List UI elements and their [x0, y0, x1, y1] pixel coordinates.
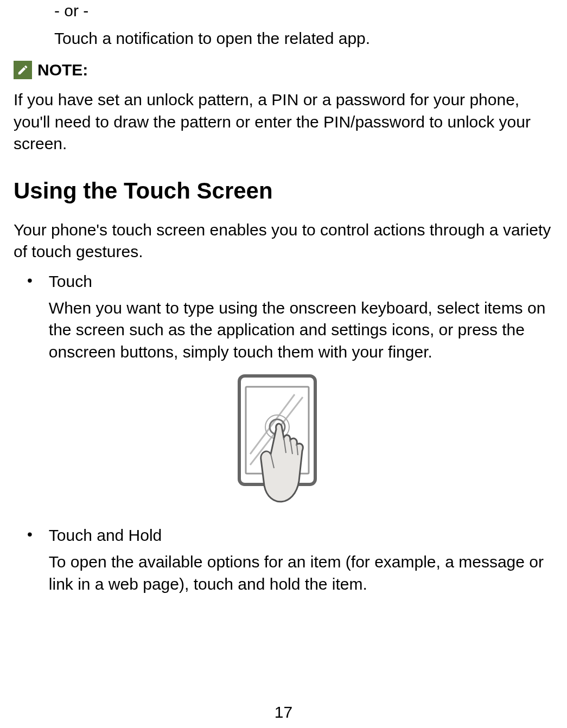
bullet-content: Touch and Hold To open the available opt… [49, 525, 553, 595]
finger-icon [260, 424, 302, 502]
bullet-marker: • [27, 271, 33, 363]
bullet-title: Touch [49, 271, 553, 292]
notification-instruction: Touch a notification to open the related… [54, 28, 553, 49]
touch-illustration [14, 373, 553, 514]
hand-touch-icon [230, 373, 338, 514]
note-body: If you have set an unlock pattern, a PIN… [14, 89, 553, 155]
section-intro: Your phone's touch screen enables you to… [14, 219, 553, 263]
note-label: NOTE: [37, 61, 88, 79]
page-number: 17 [0, 703, 567, 721]
pencil-icon [14, 61, 32, 79]
bullet-description: When you want to type using the onscreen… [49, 297, 553, 363]
or-divider: - or - [54, 0, 553, 21]
bullet-marker: • [27, 525, 33, 595]
note-header: NOTE: [14, 61, 553, 79]
bullet-touch-hold: • Touch and Hold To open the available o… [14, 525, 553, 595]
section-heading: Using the Touch Screen [14, 178, 553, 204]
pencil-icon-svg [17, 64, 29, 76]
bullet-content: Touch When you want to type using the on… [49, 271, 553, 363]
bullet-description: To open the available options for an ite… [49, 551, 553, 595]
bullet-title: Touch and Hold [49, 525, 553, 546]
bullet-touch: • Touch When you want to type using the … [14, 271, 553, 363]
